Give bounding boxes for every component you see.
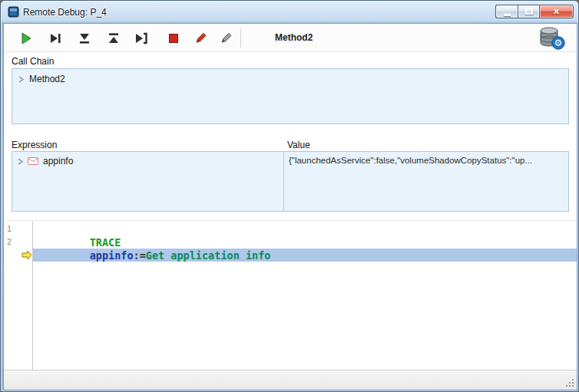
watch-value-cell[interactable]: {"launchedAsService":false,"volumeShadow… [289,156,564,165]
code-line-3[interactable] [33,249,577,262]
code-line-1[interactable]: TRACE [33,222,577,236]
maximize-icon [525,8,533,15]
maximize-button[interactable] [518,5,539,18]
close-icon: ✕ [553,8,560,16]
code-line-2[interactable]: appinfo:=Get application info [33,236,577,249]
database-status-icon: ⚙ [537,26,566,51]
step-into-process-icon [134,31,149,46]
window-controls: ✕ [495,5,574,18]
step-over-icon [48,31,63,46]
abort-and-edit-icon [193,31,208,46]
step-into-button[interactable] [76,30,93,47]
expand-chevron-icon[interactable] [17,157,24,166]
execution-arrow-icon [22,250,32,260]
call-chain-detail-panel [308,68,569,124]
toolbar-method-name: Method2 [275,32,313,43]
svg-text:⚙: ⚙ [554,38,563,48]
close-button[interactable]: ✕ [539,5,574,18]
toolbar-separator [240,28,241,48]
minimize-button[interactable] [495,5,518,18]
line-number[interactable]: 1 [7,222,30,236]
abort-button[interactable] [165,30,182,47]
minimize-icon [504,14,511,16]
window-title: Remote Debug: P_4 [23,7,107,18]
expression-type-icon [28,157,38,165]
line-number[interactable]: 2 [7,236,30,249]
continue-icon [18,31,34,46]
call-chain-label: Call Chain [12,56,54,67]
edit-method-button[interactable] [217,30,234,47]
remote-debug-window: Remote Debug: P_4 ✕ [0,0,579,392]
step-out-icon [106,31,121,46]
app-icon[interactable] [8,6,19,18]
watch-expression-label: appinfo [43,156,73,166]
code-editor[interactable]: 1 2 TRACE appinfo:=Get application info [4,220,577,370]
call-chain-row[interactable]: Method2 [18,74,65,84]
step-into-process-button[interactable] [133,30,150,47]
abort-and-edit-button[interactable] [192,30,209,47]
call-chain-method-label: Method2 [29,74,65,84]
titlebar[interactable]: Remote Debug: P_4 ✕ [1,1,579,23]
resize-grip-icon[interactable] [565,378,574,387]
step-over-button[interactable] [47,30,64,47]
debug-toolbar: Method2 ⚙ [4,24,577,52]
watch-row[interactable]: appinfo [17,156,73,166]
value-header: Value [287,140,310,150]
edit-method-icon [218,31,233,46]
step-out-button[interactable] [105,30,122,47]
abort-icon [166,31,181,46]
continue-button[interactable] [18,30,35,47]
expand-chevron-icon[interactable] [18,75,25,84]
status-bar [4,370,577,390]
expression-header: Expression [12,140,57,150]
step-into-icon [77,31,92,46]
